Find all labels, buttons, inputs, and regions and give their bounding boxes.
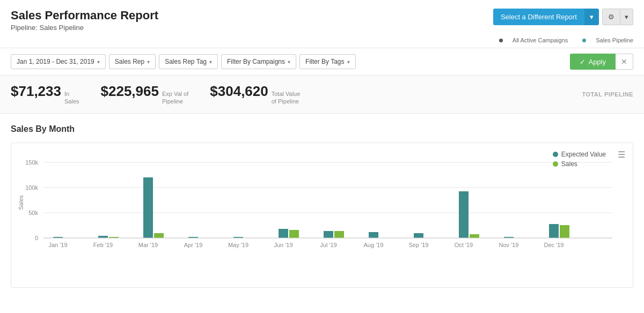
bar-jun-sales: [289, 230, 299, 238]
gear-caret-button[interactable]: ▾: [620, 9, 633, 25]
svg-text:150k: 150k: [25, 159, 38, 166]
pipeline-dot-icon: [582, 39, 586, 42]
close-filter-button[interactable]: ✕: [616, 54, 633, 70]
apply-button[interactable]: ✓ Apply: [570, 54, 616, 70]
sales-rep-tag-filter[interactable]: Sales Rep Tag ▾: [159, 54, 218, 69]
select-report-button[interactable]: Select a Different Report: [493, 9, 584, 25]
exp-val-stat: $225,965 Exp Val ofPipeline: [101, 83, 189, 106]
header-title: Sales Performance Report Pipeline: Sales…: [11, 9, 158, 32]
sales-label: InSales: [64, 90, 79, 106]
bar-jul-expected: [324, 231, 333, 238]
tags-caret-icon: ▾: [347, 59, 350, 65]
page-title: Sales Performance Report: [11, 9, 158, 23]
filter-bar: Jan 1, 2019 - Dec 31, 2019 ▾ Sales Rep ▾…: [0, 48, 644, 76]
exp-label: Exp Val ofPipeline: [162, 90, 188, 106]
stats-bar: $71,233 InSales $225,965 Exp Val ofPipel…: [0, 76, 644, 114]
sales-rep-tag-caret-icon: ▾: [209, 59, 212, 65]
chart-container: Expected Value Sales ☰ 150k 100k: [11, 143, 633, 288]
total-stat: $304,620 Total Valueof Pipeline: [210, 83, 300, 106]
chart-legend: Expected Value Sales: [553, 151, 606, 168]
filter-by-tags-button[interactable]: Filter By Tags ▾: [299, 54, 355, 69]
exp-value: $225,965: [101, 83, 159, 100]
select-report-caret-button[interactable]: ▾: [584, 9, 599, 25]
bar-oct-expected: [459, 191, 469, 238]
bar-dec-sales: [560, 225, 569, 238]
bar-sep-expected: [414, 233, 423, 238]
campaign-dot-icon: [499, 39, 503, 42]
total-label: Total Valueof Pipeline: [272, 90, 301, 106]
svg-text:Jun '19: Jun '19: [274, 242, 292, 248]
apply-group: ✓ Apply ✕: [570, 54, 633, 70]
bar-jun-expected: [279, 229, 288, 238]
bar-mar-sales: [154, 233, 164, 238]
sales-legend-dot: [553, 161, 558, 167]
svg-text:Jul '19: Jul '19: [320, 242, 336, 248]
campaign-info: All Active Campaigns: [493, 37, 569, 43]
checkmark-icon: ✓: [580, 58, 586, 66]
svg-text:50k: 50k: [28, 210, 38, 216]
bar-dec-expected: [549, 224, 559, 238]
svg-text:Dec '19: Dec '19: [544, 242, 564, 248]
sales-value: $71,233: [11, 83, 61, 100]
legend-sales: Sales: [553, 160, 606, 168]
sales-rep-caret-icon: ▾: [147, 59, 150, 65]
total-value: $304,620: [210, 83, 268, 100]
bar-feb-expected: [98, 236, 108, 238]
svg-text:Feb '19: Feb '19: [93, 242, 113, 248]
header-actions: Select a Different Report ▾ ⚙ ▾: [493, 9, 633, 25]
svg-text:100k: 100k: [25, 184, 38, 191]
gear-group: ⚙ ▾: [602, 9, 633, 25]
sales-stat: $71,233 InSales: [11, 83, 79, 106]
chart-title: Sales By Month: [11, 124, 633, 134]
svg-text:Aug '19: Aug '19: [364, 242, 384, 248]
pipeline-info: All Active Campaigns Sales Pipeline: [0, 37, 644, 48]
header: Sales Performance Report Pipeline: Sales…: [0, 0, 644, 37]
svg-text:Sales: Sales: [18, 195, 24, 210]
bar-mar-expected: [143, 177, 153, 238]
svg-text:Sep '19: Sep '19: [409, 242, 429, 248]
bar-oct-sales: [470, 234, 479, 238]
bar-jul-sales: [334, 231, 344, 238]
svg-text:Nov '19: Nov '19: [499, 242, 519, 248]
chart-menu-icon[interactable]: ☰: [618, 150, 625, 160]
gear-button[interactable]: ⚙: [602, 9, 620, 25]
expected-value-legend-label: Expected Value: [561, 151, 606, 158]
date-range-filter[interactable]: Jan 1, 2019 - Dec 31, 2019 ▾: [11, 54, 106, 69]
campaigns-caret-icon: ▾: [288, 59, 290, 65]
expected-value-legend-dot: [553, 152, 558, 157]
sales-legend-label: Sales: [561, 160, 577, 168]
svg-text:Oct '19: Oct '19: [455, 242, 473, 248]
svg-text:Jan '19: Jan '19: [48, 242, 67, 248]
svg-text:0: 0: [35, 235, 38, 241]
svg-text:Apr '19: Apr '19: [184, 242, 203, 248]
svg-text:Mar '19: Mar '19: [138, 242, 158, 248]
select-report-group: Select a Different Report ▾: [493, 9, 599, 25]
chart-section: Sales By Month Expected Value Sales ☰: [0, 114, 644, 293]
sales-rep-filter[interactable]: Sales Rep ▾: [109, 54, 156, 69]
pipeline-label: Sales Pipeline: [576, 37, 633, 43]
total-pipeline-label: TOTAL PIPELINE: [582, 91, 633, 98]
svg-text:May '19: May '19: [228, 242, 248, 248]
date-range-caret-icon: ▾: [97, 59, 100, 65]
bar-chart: 150k 100k 50k 0 Sales: [17, 152, 623, 280]
filter-by-campaigns-button[interactable]: Filter By Campaigns ▾: [221, 54, 296, 69]
legend-expected-value: Expected Value: [553, 151, 606, 158]
pipeline-subtitle: Pipeline: Sales Pipeline: [11, 24, 158, 32]
bar-aug-expected: [369, 232, 378, 238]
